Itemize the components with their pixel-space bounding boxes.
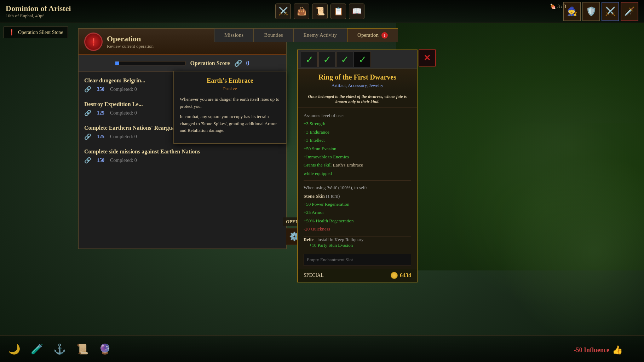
tabs-bar: Missions Bounties Enemy Activity Operati… bbox=[214, 28, 398, 42]
mission-4-title: Complete side missions against Earthen N… bbox=[84, 148, 280, 155]
wait-health-regen: +50% Health Regeneration bbox=[304, 217, 411, 225]
stat-strength: +3 Strength bbox=[304, 119, 411, 128]
completed-4: Completed: 0 bbox=[110, 158, 137, 163]
checkmark-4: ✓ bbox=[354, 52, 371, 67]
dominion-date: 10th of Euphal, 49pf bbox=[6, 13, 71, 19]
top-icon-scroll[interactable]: 📜 bbox=[312, 4, 328, 19]
item-assumes: Assumes level of user bbox=[304, 111, 411, 119]
progress-bar-fill bbox=[115, 62, 119, 65]
reward-value-2: 125 bbox=[97, 110, 104, 116]
top-icon-book[interactable]: 📖 bbox=[349, 4, 364, 19]
item-stats: Assumes level of user +3 Strength +3 End… bbox=[298, 108, 417, 237]
item-lore: Once belonged to the eldest of the dwarv… bbox=[298, 91, 417, 108]
dominion-title: Dominion of Aristei bbox=[6, 4, 71, 13]
top-icon-bag[interactable]: 👜 bbox=[294, 4, 309, 19]
tooltip-desc2: In combat, any square you occupy has its… bbox=[180, 113, 280, 134]
tab-enemy-activity[interactable]: Enemy Activity bbox=[293, 28, 347, 42]
resource-value: 3 / 3 bbox=[557, 4, 566, 10]
stat-equipped: while equipped bbox=[304, 169, 411, 177]
tab-operation-badge: 1 bbox=[381, 32, 388, 39]
wait-stone-skin: Stone Skin (1 turn) bbox=[304, 192, 411, 200]
tab-missions-label: Missions bbox=[224, 32, 243, 38]
top-left-info: Dominion of Aristei 10th of Euphal, 49pf bbox=[0, 1, 77, 22]
exclamation-icon: ❗ bbox=[8, 29, 15, 36]
operation-score-bar: Operation Score 🔗 0 bbox=[79, 55, 286, 72]
reward-value-3: 125 bbox=[97, 134, 104, 140]
stat-intellect: +3 Intellect bbox=[304, 136, 411, 144]
avatar-4[interactable]: 🗡️ bbox=[621, 2, 638, 21]
tooltip-type: Passive bbox=[180, 86, 280, 92]
bottom-bar: 🌙 🧪 ⚓ 📜 🔮 bbox=[0, 335, 644, 362]
operation-seal: ❗ bbox=[84, 33, 103, 51]
avatar-2[interactable]: 🛡️ bbox=[582, 2, 600, 21]
gold-value: 6434 bbox=[400, 272, 411, 279]
close-icon: ✕ bbox=[424, 53, 431, 63]
checkmark-1: ✓ bbox=[301, 52, 318, 67]
map-terrain bbox=[396, 123, 644, 335]
item-type: Artifact, Accessory, Jewelry bbox=[304, 83, 411, 88]
progress-bar bbox=[115, 61, 186, 65]
special-label: SPECIAL bbox=[304, 273, 324, 278]
score-label: Operation Score bbox=[190, 60, 230, 66]
stat-endurance: +3 Endurance bbox=[304, 128, 411, 136]
stat-immovable: +Immovable to Enemies bbox=[304, 153, 411, 161]
wait-label: When using 'Wait' (100%), to self: bbox=[304, 183, 411, 192]
completed-3: Completed: 0 bbox=[110, 134, 137, 140]
completed-2: Completed: 0 bbox=[110, 110, 137, 116]
avatar-3[interactable]: ⚔️ bbox=[602, 2, 619, 21]
bottom-icon-orb[interactable]: 🔮 bbox=[96, 340, 113, 357]
influence-value: -50 Influence bbox=[574, 346, 610, 354]
operation-title-block: Operation Review current operation bbox=[107, 34, 154, 49]
reward-value-1: 350 bbox=[97, 87, 104, 92]
item-relic: Relic - install in Keep Reliquary +10 Pa… bbox=[298, 237, 417, 251]
operation-subtitle: Review current operation bbox=[107, 43, 154, 49]
checkmarks-row: ✓ ✓ ✓ ✓ bbox=[298, 50, 417, 69]
wait-armor: +25 Armor bbox=[304, 208, 411, 216]
wait-quickness: -20 Quickness bbox=[304, 225, 411, 233]
tooltip-popup: Earth's Embrace Passive Whenever you are… bbox=[173, 71, 287, 144]
mission-4: Complete side missions against Earthen N… bbox=[84, 148, 280, 164]
notification-text: Operation Silent Stone bbox=[18, 30, 63, 35]
enchant-text: Empty Enchantment Slot bbox=[307, 257, 353, 262]
checkmark-3: ✓ bbox=[336, 52, 353, 67]
bottom-icon-scroll[interactable]: 📜 bbox=[74, 340, 91, 357]
reward-icon-4: 🔗 bbox=[84, 157, 91, 164]
item-card: ✓ ✓ ✓ ✓ Ring of the First Dwarves Artifa… bbox=[297, 49, 418, 282]
skill-name: Earth's Embrace bbox=[333, 162, 363, 168]
relic-label: Relic bbox=[304, 237, 314, 242]
close-button[interactable]: ✕ bbox=[419, 49, 436, 66]
operation-title: Operation bbox=[107, 34, 154, 43]
top-icon-sword[interactable]: ⚔️ bbox=[275, 4, 291, 19]
item-card-footer: SPECIAL 6434 bbox=[298, 269, 417, 282]
tab-missions[interactable]: Missions bbox=[214, 28, 254, 42]
item-card-header: Ring of the First Dwarves Artifact, Acce… bbox=[298, 69, 417, 91]
resource-icon: 🍖 bbox=[550, 4, 556, 10]
gold-amount: 6434 bbox=[391, 272, 411, 279]
relic-bonus: +10 Party Stun Evasion bbox=[304, 243, 353, 248]
bottom-icon-flask[interactable]: 🧪 bbox=[28, 340, 45, 357]
tab-bounties-label: Bounties bbox=[264, 32, 283, 38]
item-name: Ring of the First Dwarves bbox=[304, 73, 411, 81]
divider-1 bbox=[304, 180, 411, 181]
bottom-icon-anchor[interactable]: ⚓ bbox=[51, 340, 68, 357]
reward-value-4: 150 bbox=[97, 158, 104, 163]
reward-icon-2: 🔗 bbox=[84, 110, 91, 116]
bottom-icon-moon[interactable]: 🌙 bbox=[6, 340, 23, 357]
score-icon: 🔗 bbox=[234, 59, 242, 67]
operation-notification[interactable]: ❗ Operation Silent Stone bbox=[4, 27, 68, 38]
tab-operation[interactable]: Operation 1 bbox=[347, 28, 398, 42]
resources-bar: 🍖 3 / 3 bbox=[550, 4, 566, 10]
tooltip-desc1: Whenever you are in danger the earth its… bbox=[180, 96, 280, 110]
stat-skill: Grants the skill Earth's Embrace bbox=[304, 161, 411, 169]
score-value: 0 bbox=[246, 60, 249, 67]
relic-text: - install in Keep Reliquary bbox=[315, 237, 363, 242]
wait-power-regen: +50 Power Regeneration bbox=[304, 200, 411, 208]
item-enchant-slot: Empty Enchantment Slot bbox=[304, 254, 411, 266]
top-bar: Dominion of Aristei 10th of Euphal, 49pf… bbox=[0, 0, 644, 23]
tab-bounties[interactable]: Bounties bbox=[254, 28, 293, 42]
tab-operation-label: Operation bbox=[357, 32, 379, 38]
tooltip-title: Earth's Embrace bbox=[180, 77, 280, 84]
top-icon-note[interactable]: 📋 bbox=[330, 4, 346, 19]
reward-icon-1: 🔗 bbox=[84, 86, 91, 93]
gold-coin-icon bbox=[391, 272, 398, 279]
